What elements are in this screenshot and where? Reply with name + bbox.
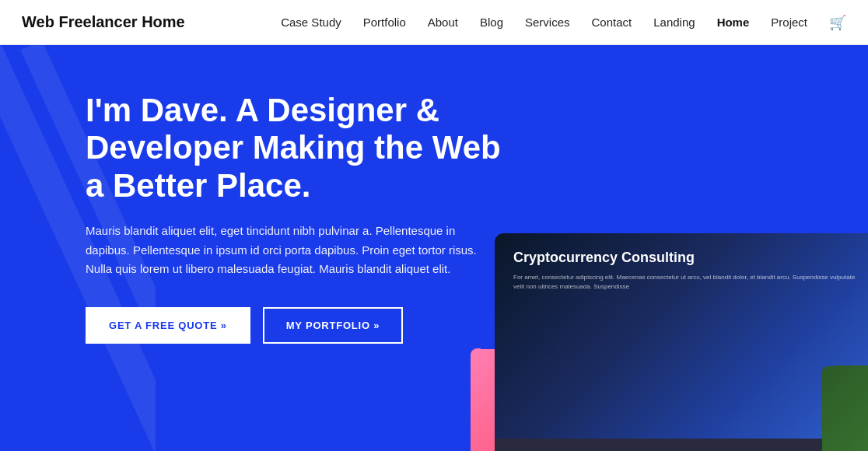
- nav-link-home[interactable]: Home: [717, 16, 750, 29]
- laptop-screen-title: Cryptocurrency Consulting: [513, 249, 857, 267]
- nav-item-landing[interactable]: Landing: [653, 16, 695, 30]
- nav-item-about[interactable]: About: [428, 16, 458, 30]
- nav-item-project[interactable]: Project: [771, 16, 807, 30]
- portfolio-button[interactable]: MY PORTFOLIO »: [263, 307, 403, 344]
- nav-link-project[interactable]: Project: [771, 16, 807, 29]
- nav-link-contact[interactable]: Contact: [592, 16, 632, 29]
- nav-item-contact[interactable]: Contact: [592, 16, 632, 30]
- nav-item-services[interactable]: Services: [525, 16, 570, 30]
- hero-description: Mauris blandit aliquet elit, eget tincid…: [86, 222, 482, 279]
- nav-item-cart[interactable]: 🛒: [829, 14, 846, 31]
- hero-visual: Cryptocurrency Consulting For amet, cons…: [425, 202, 868, 451]
- nav-link-about[interactable]: About: [428, 16, 458, 29]
- cart-icon[interactable]: 🛒: [829, 15, 846, 30]
- laptop-mockup: Cryptocurrency Consulting For amet, cons…: [479, 218, 868, 451]
- hero-section: I'm Dave. A Designer & Developer Making …: [0, 45, 868, 451]
- hero-title: I'm Dave. A Designer & Developer Making …: [86, 92, 521, 205]
- card-green-mockup: [822, 365, 868, 451]
- laptop-body: Cryptocurrency Consulting For amet, cons…: [495, 233, 868, 451]
- laptop-screen-content: Cryptocurrency Consulting For amet, cons…: [495, 233, 868, 307]
- nav-link-landing[interactable]: Landing: [653, 16, 695, 29]
- laptop-screen: Cryptocurrency Consulting For amet, cons…: [495, 233, 868, 439]
- nav-link-blog[interactable]: Blog: [480, 16, 503, 29]
- laptop-base: [495, 439, 868, 451]
- nav-menu: Case Study Portfolio About Blog Services…: [281, 14, 846, 31]
- navbar: Web Freelancer Home Case Study Portfolio…: [0, 0, 868, 45]
- nav-link-case-study[interactable]: Case Study: [281, 16, 341, 29]
- nav-item-home[interactable]: Home: [717, 16, 750, 30]
- nav-link-services[interactable]: Services: [525, 16, 570, 29]
- nav-item-portfolio[interactable]: Portfolio: [363, 16, 406, 30]
- site-brand[interactable]: Web Freelancer Home: [22, 13, 185, 31]
- get-quote-button[interactable]: GET A FREE QUOTE »: [86, 307, 250, 344]
- nav-link-portfolio[interactable]: Portfolio: [363, 16, 406, 29]
- laptop-screen-text: For amet, consectetur adipiscing elit. M…: [513, 273, 857, 292]
- nav-item-case-study[interactable]: Case Study: [281, 16, 341, 30]
- nav-item-blog[interactable]: Blog: [480, 16, 503, 30]
